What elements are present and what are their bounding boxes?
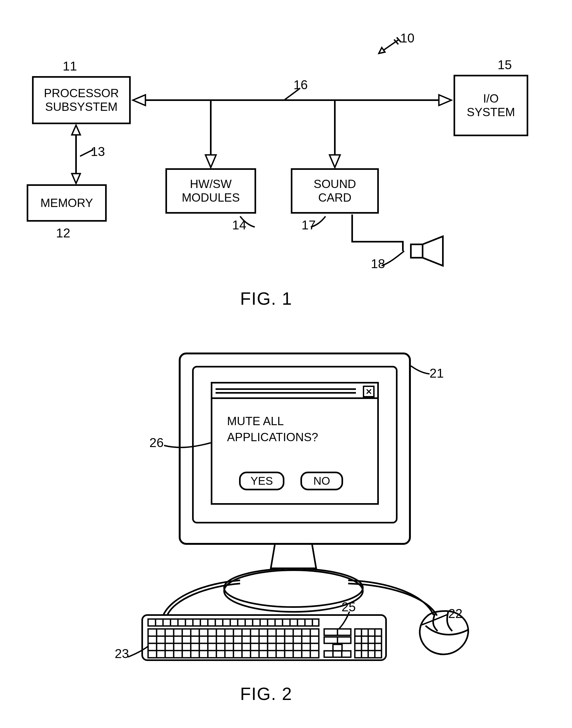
keyboard-nav bbox=[324, 629, 351, 658]
dialog-window: ✕ MUTE ALL APPLICATIONS? YES NO bbox=[211, 382, 379, 505]
hwsw-box: HW/SW MODULES bbox=[165, 168, 256, 214]
no-label: NO bbox=[313, 475, 330, 487]
ref-23: 23 bbox=[115, 646, 129, 661]
close-button[interactable]: ✕ bbox=[363, 386, 374, 398]
ref-26: 26 bbox=[149, 435, 163, 450]
svg-marker-15 bbox=[423, 236, 443, 266]
memory-label: MEMORY bbox=[40, 196, 93, 210]
ref-10-arrow bbox=[372, 38, 402, 59]
fig2-caption: FIG. 2 bbox=[240, 684, 292, 704]
ref-10: 10 bbox=[400, 31, 414, 45]
sound-card-label: SOUND CARD bbox=[314, 177, 356, 204]
processor-subsystem-label: PROCESSOR SUBSYSTEM bbox=[44, 86, 119, 114]
svg-rect-14 bbox=[411, 244, 423, 258]
svg-marker-4 bbox=[205, 155, 216, 168]
svg-marker-2 bbox=[439, 95, 451, 106]
sound-card-box: SOUND CARD bbox=[291, 168, 379, 214]
dialog-titlebar: ✕ bbox=[212, 383, 377, 399]
keyboard-main bbox=[148, 629, 319, 658]
memory-box: MEMORY bbox=[27, 184, 107, 222]
dialog-text-line-2: APPLICATIONS? bbox=[227, 430, 318, 444]
titlebar-stripe-1 bbox=[216, 388, 356, 390]
no-button[interactable]: NO bbox=[300, 472, 343, 490]
svg-marker-9 bbox=[72, 174, 80, 183]
svg-rect-68 bbox=[324, 651, 351, 657]
svg-marker-6 bbox=[330, 155, 340, 168]
yes-button[interactable]: YES bbox=[239, 472, 284, 490]
svg-marker-1 bbox=[133, 95, 145, 106]
processor-subsystem-box: PROCESSOR SUBSYSTEM bbox=[32, 76, 131, 124]
svg-marker-11 bbox=[379, 48, 385, 53]
titlebar-stripe-2 bbox=[216, 392, 356, 393]
yes-label: YES bbox=[251, 475, 273, 487]
io-system-label: I/O SYSTEM bbox=[467, 92, 515, 119]
ref-15: 15 bbox=[498, 57, 512, 72]
ref-11: 11 bbox=[63, 59, 77, 73]
dialog-text-line-1: MUTE ALL bbox=[227, 414, 284, 428]
ref-12: 12 bbox=[56, 226, 70, 240]
bus-to-hwsw bbox=[201, 100, 220, 170]
hwsw-label: HW/SW MODULES bbox=[182, 177, 240, 204]
svg-marker-8 bbox=[72, 125, 80, 135]
keyboard-numpad bbox=[355, 629, 381, 658]
fig1-caption: FIG. 1 bbox=[240, 289, 292, 309]
svg-rect-71 bbox=[333, 645, 342, 651]
close-icon: ✕ bbox=[365, 387, 372, 396]
io-system-box: I/O SYSTEM bbox=[453, 75, 528, 136]
svg-rect-18 bbox=[148, 619, 319, 626]
bus-to-sound bbox=[326, 100, 344, 170]
